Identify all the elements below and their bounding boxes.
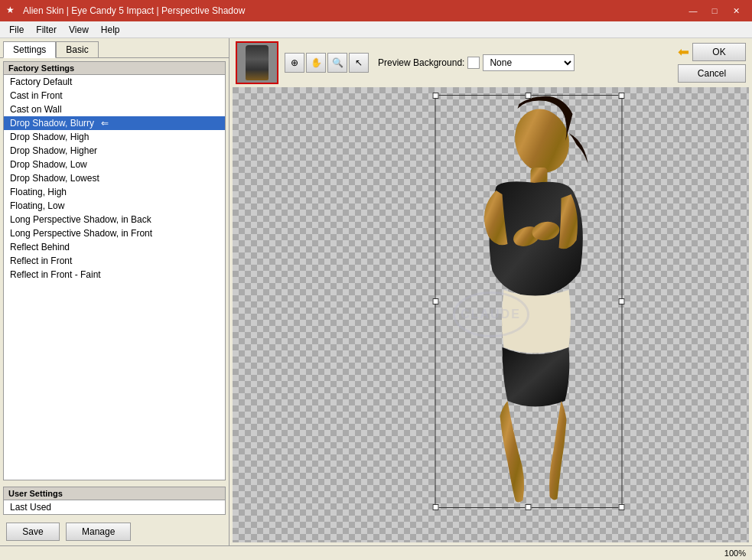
tab-bar: Settings Basic <box>0 38 229 58</box>
right-panel: ⊕ ✋ 🔍 ↖ Preview Background: <box>230 38 752 545</box>
tab-settings[interactable]: Settings <box>3 41 56 58</box>
save-button[interactable]: Save <box>6 523 60 541</box>
cancel-button[interactable]: Cancel <box>678 64 746 83</box>
zoom-fit-button[interactable]: ⊕ <box>285 53 304 73</box>
ok-cursor-icon: ⬅ <box>678 44 689 60</box>
zoom-button[interactable]: 🔍 <box>327 53 347 73</box>
list-item-drop-shadow-blurry[interactable]: Drop Shadow, Blurry ⇐ <box>4 116 225 130</box>
selected-item-arrow: ⇐ <box>101 118 109 129</box>
list-item-floating-low[interactable]: Floating, Low <box>4 199 225 213</box>
list-item-reflect-behind[interactable]: Reflect Behind <box>4 240 225 254</box>
titlebar-title: Alien Skin | Eye Candy 5 Impact | Perspe… <box>23 5 245 16</box>
settings-list-scroll[interactable]: Factory Default Cast in Front Cast on Wa… <box>4 75 225 480</box>
select-icon: ↖ <box>355 57 363 68</box>
thumbnail-figure <box>246 45 269 80</box>
menu-file[interactable]: File <box>3 21 30 38</box>
list-item-long-front[interactable]: Long Perspective Shadow, in Front <box>4 226 225 240</box>
close-button[interactable]: ✕ <box>726 3 746 18</box>
minimize-button[interactable]: — <box>683 3 703 18</box>
preview-bg-color-swatch <box>467 57 480 69</box>
top-area: Settings Basic Factory Settings Factory … <box>0 38 752 545</box>
zoom-fit-icon: ⊕ <box>291 57 298 68</box>
pan-button[interactable]: ✋ <box>306 53 326 73</box>
statusbar: 100% <box>0 545 752 560</box>
preview-bg-control: None White Black Custom <box>467 54 575 71</box>
pan-icon: ✋ <box>311 57 322 68</box>
titlebar-left: ★ Alien Skin | Eye Candy 5 Impact | Pers… <box>6 5 245 17</box>
app-icon: ★ <box>6 5 18 17</box>
list-item-cast-in-front[interactable]: Cast in Front <box>4 89 225 103</box>
thumbnail-box <box>236 41 278 84</box>
ok-button[interactable]: OK <box>692 43 746 61</box>
list-item-reflect-faint[interactable]: Reflect in Front - Faint <box>4 268 225 282</box>
menu-filter[interactable]: Filter <box>30 21 63 38</box>
factory-settings-header: Factory Settings <box>4 62 225 75</box>
menu-view[interactable]: View <box>63 21 95 38</box>
list-item-reflect-in-front[interactable]: Reflect in Front <box>4 254 225 268</box>
list-item-drop-shadow-lowest[interactable]: Drop Shadow, Lowest <box>4 171 225 185</box>
menubar: File Filter View Help <box>0 21 752 38</box>
list-item-floating-high[interactable]: Floating, High <box>4 185 225 199</box>
manage-button[interactable]: Manage <box>66 523 131 541</box>
left-panel: Settings Basic Factory Settings Factory … <box>0 38 230 545</box>
list-item-cast-on-wall[interactable]: Cast on Wall <box>4 103 225 116</box>
menu-help[interactable]: Help <box>95 21 126 38</box>
list-item-long-back[interactable]: Long Perspective Shadow, in Back <box>4 213 225 226</box>
list-item-factory-default[interactable]: Factory Default <box>4 75 225 89</box>
preview-bg-label: Preview Background: <box>378 57 464 68</box>
select-button[interactable]: ↖ <box>349 53 369 73</box>
list-item-drop-shadow-high[interactable]: Drop Shadow, High <box>4 130 225 144</box>
preview-figure-svg <box>435 95 622 508</box>
user-settings-section: User Settings Last Used <box>3 487 226 515</box>
zoom-icon: 🔍 <box>332 57 343 68</box>
titlebar: ★ Alien Skin | Eye Candy 5 Impact | Pers… <box>0 0 752 21</box>
app-body: Settings Basic Factory Settings Factory … <box>0 38 752 560</box>
ok-btn-row: ⬅ OK <box>678 43 746 61</box>
bottom-buttons: Save Manage <box>0 518 229 545</box>
zoom-level: 100% <box>724 549 746 558</box>
settings-list-container: Factory Settings Factory Default Cast in… <box>3 61 226 480</box>
tool-buttons: ⊕ ✋ 🔍 ↖ <box>285 53 369 73</box>
list-item-drop-shadow-low[interactable]: Drop Shadow, Low <box>4 158 225 171</box>
ok-cancel-group: ⬅ OK Cancel <box>678 43 746 83</box>
preview-area[interactable]: CLAUDE <box>233 87 749 542</box>
preview-bg-select[interactable]: None White Black Custom <box>483 54 575 71</box>
tab-basic[interactable]: Basic <box>56 41 98 57</box>
user-item-last-used[interactable]: Last Used <box>4 500 225 514</box>
list-item-drop-shadow-higher[interactable]: Drop Shadow, Higher <box>4 144 225 158</box>
maximize-button[interactable]: □ <box>705 3 724 18</box>
right-toolbar: ⊕ ✋ 🔍 ↖ Preview Background: <box>230 38 752 87</box>
user-settings-header: User Settings <box>4 487 225 500</box>
window-controls: — □ ✕ <box>683 3 746 18</box>
